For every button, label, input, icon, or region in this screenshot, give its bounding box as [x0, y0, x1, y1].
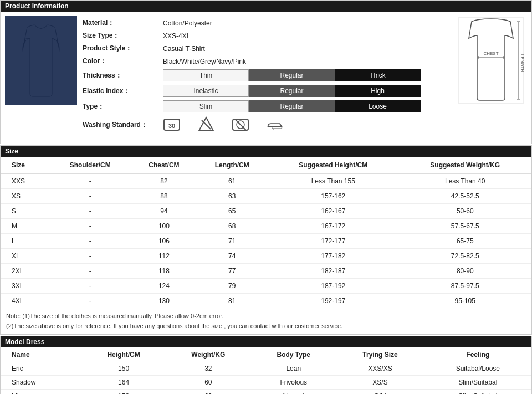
table-row: M-10068167-17257.5-67.5 — [1, 219, 531, 234]
table-cell: - — [49, 279, 131, 294]
svg-rect-9 — [459, 17, 523, 104]
color-row: Color： Black/White/Grey/Navy/Pink — [83, 57, 449, 66]
washing-icons: 30 — [163, 116, 284, 134]
table-cell: 192-197 — [268, 294, 398, 309]
elastic-btn-regular[interactable]: Regular — [249, 85, 335, 97]
table-cell: - — [49, 234, 131, 249]
elastic-buttons: Inelastic Regular High — [163, 85, 421, 97]
table-cell: 4XL — [1, 294, 49, 309]
product-image — [5, 16, 77, 105]
thickness-buttons: Thin Regular Thick — [163, 69, 421, 81]
table-cell: 182-187 — [268, 264, 398, 279]
table-cell: 88 — [131, 189, 196, 204]
list-item: Shadow16460FrivolousXS/SSlim/Suitabal — [1, 376, 531, 390]
size-section: Size Size Shoulder/CM Chest/CM Length/CM… — [0, 145, 532, 335]
table-cell: - — [49, 294, 131, 309]
table-cell: 74 — [196, 249, 268, 264]
table-cell: XXS — [1, 174, 49, 189]
wash-30-icon: 30 — [163, 116, 181, 134]
color-value: Black/White/Grey/Navy/Pink — [163, 58, 246, 65]
product-style-row: Product Style： Casual T-Shirt — [83, 44, 449, 53]
svg-text:CHEST: CHEST — [483, 51, 498, 56]
table-cell: 81 — [196, 294, 268, 309]
iron-icon — [266, 116, 284, 134]
model-col-name: Name — [1, 347, 82, 362]
table-cell: - — [49, 174, 131, 189]
note-line-2: (2)The size above is only for reference.… — [6, 321, 526, 331]
table-cell: 94 — [131, 204, 196, 219]
table-cell: 32 — [166, 362, 252, 376]
type-label: Type： — [83, 102, 163, 111]
size-table-header-row: Size Shoulder/CM Chest/CM Length/CM Sugg… — [1, 157, 531, 174]
svg-text:LENGTH: LENGTH — [520, 54, 524, 73]
material-value: Cotton/Polyester — [163, 19, 212, 27]
table-cell: XXS/XS — [336, 362, 424, 376]
thickness-btn-thin[interactable]: Thin — [163, 69, 249, 81]
col-length: Length/CM — [196, 157, 268, 174]
table-cell: 164 — [82, 376, 166, 390]
size-table: Size Shoulder/CM Chest/CM Length/CM Sugg… — [1, 157, 531, 308]
table-cell: Slim/Suitabal — [424, 390, 531, 394]
table-row: XS-8863157-16242.5-52.5 — [1, 189, 531, 204]
thickness-btn-regular[interactable]: Regular — [249, 69, 335, 81]
washing-row: Washing Standard： 30 — [83, 116, 449, 134]
table-cell: - — [49, 189, 131, 204]
table-cell: L — [1, 234, 49, 249]
size-type-value: XXS-4XL — [163, 32, 190, 40]
elastic-row: Elastic Index： Inelastic Regular High — [83, 85, 449, 97]
list-item: Eric15032LeanXXS/XSSuitabal/Loose — [1, 362, 531, 376]
list-item: Ming17063NormalS/MSlim/Suitabal — [1, 390, 531, 394]
table-cell: XS/S — [336, 376, 424, 390]
table-cell: Slim/Suitabal — [424, 376, 531, 390]
model-table-header-row: Name Height/CM Weight/KG Body Type Tryin… — [1, 347, 531, 362]
col-size: Size — [1, 157, 49, 174]
size-type-row: Size Type： XXS-4XL — [83, 31, 449, 40]
table-cell: S/M — [336, 390, 424, 394]
col-weight: Suggested Weight/KG — [398, 157, 531, 174]
table-cell: 187-192 — [268, 279, 398, 294]
table-cell: Lean — [251, 362, 336, 376]
svg-rect-7 — [272, 127, 282, 129]
model-section: Model Dress Name Height/CM Weight/KG Bod… — [0, 336, 532, 394]
table-cell: 2XL — [1, 264, 49, 279]
svg-text:30: 30 — [168, 122, 175, 129]
product-diagram: LENGTH CHEST — [455, 16, 527, 105]
thickness-label: Thickness： — [83, 71, 163, 80]
elastic-btn-inelastic[interactable]: Inelastic — [163, 85, 249, 97]
table-cell: 82 — [131, 174, 196, 189]
material-row: Material： Cotton/Polyester — [83, 18, 449, 28]
elastic-btn-high[interactable]: High — [335, 85, 421, 97]
thickness-btn-thick[interactable]: Thick — [335, 69, 421, 81]
table-cell: Frivolous — [251, 376, 336, 390]
type-buttons: Slim Regular Loose — [163, 100, 421, 112]
table-cell: 100 — [131, 219, 196, 234]
col-shoulder: Shoulder/CM — [49, 157, 131, 174]
table-cell: 50-60 — [398, 204, 531, 219]
table-row: 2XL-11877182-18780-90 — [1, 264, 531, 279]
elastic-label: Elastic Index： — [83, 86, 163, 96]
model-col-weight: Weight/KG — [166, 347, 252, 362]
product-info-header: Product Information — [1, 1, 531, 12]
washing-label: Washing Standard： — [83, 120, 163, 130]
no-tumble-dry-icon — [232, 116, 249, 134]
table-cell: - — [49, 264, 131, 279]
type-btn-slim[interactable]: Slim — [163, 100, 249, 112]
size-header: Size — [1, 146, 531, 157]
table-cell: 71 — [196, 234, 268, 249]
table-cell: Suitabal/Loose — [424, 362, 531, 376]
type-btn-regular[interactable]: Regular — [249, 100, 335, 112]
table-cell: - — [49, 249, 131, 264]
type-btn-loose[interactable]: Loose — [335, 100, 421, 112]
table-cell: 162-167 — [268, 204, 398, 219]
product-details: Material： Cotton/Polyester Size Type： XX… — [83, 16, 449, 139]
table-cell: - — [49, 219, 131, 234]
table-cell: 172-177 — [268, 234, 398, 249]
table-cell: 60 — [166, 376, 252, 390]
size-type-label: Size Type： — [83, 31, 163, 40]
table-row: S-9465162-16750-60 — [1, 204, 531, 219]
table-row: 3XL-12479187-19287.5-97.5 — [1, 279, 531, 294]
table-cell: 65 — [196, 204, 268, 219]
svg-line-3 — [202, 120, 211, 129]
table-cell: XL — [1, 249, 49, 264]
table-cell: 118 — [131, 264, 196, 279]
